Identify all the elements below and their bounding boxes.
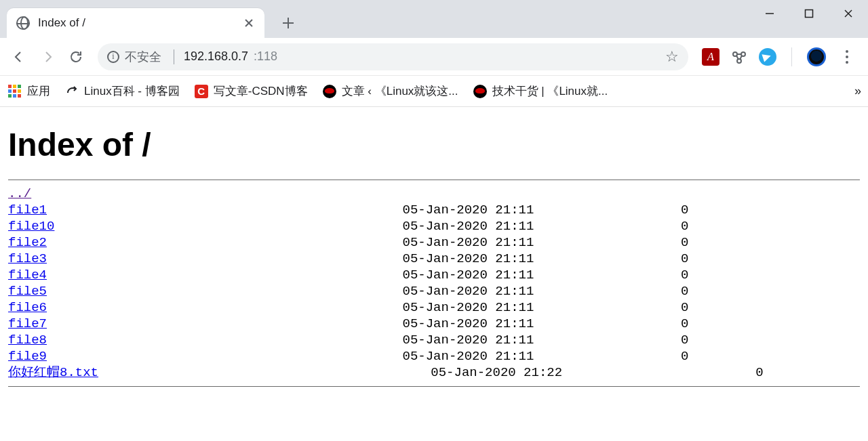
- chrome-menu-button[interactable]: [837, 50, 857, 64]
- parent-directory-link[interactable]: ../: [8, 186, 31, 201]
- security-status-label: 不安全: [125, 49, 161, 65]
- bookmark-favicon-csdn-icon: C: [195, 85, 208, 98]
- file-link[interactable]: file8: [8, 333, 47, 348]
- bookmark-item-0[interactable]: Linux百科 - 博客园: [65, 83, 180, 99]
- file-link[interactable]: file6: [8, 300, 47, 315]
- extension-pdf-icon[interactable]: A: [702, 48, 719, 66]
- nav-forward-button[interactable]: [35, 45, 60, 69]
- url-port: :118: [254, 49, 277, 64]
- bookmark-label: Linux百科 - 博客园: [84, 83, 180, 99]
- page-content: Index of / ../ file1 05-Jan-2020 21:11 0…: [0, 107, 868, 399]
- site-info-icon[interactable]: i: [107, 51, 119, 63]
- window-controls: [750, 0, 868, 27]
- file-link[interactable]: file1: [8, 203, 47, 217]
- window-maximize-button[interactable]: [789, 0, 829, 27]
- globe-icon: [16, 16, 30, 30]
- omnibox-separator: [174, 49, 174, 64]
- svg-rect-1: [806, 10, 813, 18]
- extension-link-icon[interactable]: [730, 48, 748, 66]
- file-link[interactable]: 你好红帽8.txt: [8, 365, 98, 380]
- browser-tab-active[interactable]: Index of /: [7, 8, 264, 38]
- file-link[interactable]: file2: [8, 235, 47, 250]
- file-link[interactable]: file10: [8, 219, 54, 234]
- nav-reload-button[interactable]: [64, 45, 88, 69]
- apps-grid-icon: [8, 85, 22, 98]
- new-tab-button[interactable]: [278, 13, 298, 33]
- toolbar-separator: [791, 47, 792, 66]
- page-title: Index of /: [8, 126, 860, 163]
- window-minimize-button[interactable]: [750, 0, 789, 27]
- extension-telegram-icon[interactable]: [759, 48, 776, 66]
- nav-back-button[interactable]: [7, 45, 31, 69]
- url-host: 192.168.0.7: [184, 49, 248, 64]
- divider: [8, 180, 860, 180]
- bookmarks-overflow-icon[interactable]: »: [854, 84, 860, 98]
- file-link[interactable]: file7: [8, 316, 47, 331]
- extension-icons: A: [698, 47, 861, 66]
- tab-title: Index of /: [38, 16, 243, 30]
- bookmark-favicon-cnblogs-icon: [65, 85, 79, 98]
- bookmark-item-1[interactable]: C 写文章-CSDN博客: [195, 83, 308, 99]
- bookmark-label: 技术干货 | 《Linux就...: [492, 83, 608, 99]
- chrome-tabstrip-area: Index of /: [0, 0, 868, 38]
- browser-toolbar: i 不安全 192.168.0.7:118 ☆ A: [0, 38, 868, 76]
- profile-avatar-icon[interactable]: [807, 47, 826, 66]
- bookmarks-apps-button[interactable]: 应用: [8, 83, 50, 99]
- tabstrip: Index of /: [7, 5, 298, 38]
- apps-label: 应用: [27, 83, 50, 99]
- omnibox[interactable]: i 不安全 192.168.0.7:118 ☆: [98, 43, 688, 70]
- bookmark-item-3[interactable]: 技术干货 | 《Linux就...: [473, 83, 608, 99]
- bookmark-item-2[interactable]: 文章 ‹ 《Linux就该这...: [323, 83, 458, 99]
- bookmark-favicon-redhat-icon: [473, 85, 487, 98]
- directory-listing: ../ file1 05-Jan-2020 21:11 0 file10 05-…: [8, 186, 860, 381]
- divider: [8, 386, 860, 387]
- tab-close-icon[interactable]: [243, 17, 255, 29]
- bookmark-label: 写文章-CSDN博客: [214, 83, 308, 99]
- window-close-button[interactable]: [829, 0, 868, 27]
- file-link[interactable]: file5: [8, 284, 47, 299]
- bookmarks-bar: 应用 Linux百科 - 博客园 C 写文章-CSDN博客 文章 ‹ 《Linu…: [0, 76, 868, 107]
- file-link[interactable]: file3: [8, 251, 47, 266]
- bookmark-star-icon[interactable]: ☆: [665, 48, 679, 66]
- bookmark-label: 文章 ‹ 《Linux就该这...: [342, 83, 458, 99]
- bookmark-favicon-redhat-icon: [323, 85, 336, 98]
- file-link[interactable]: file9: [8, 349, 47, 364]
- file-link[interactable]: file4: [8, 268, 47, 282]
